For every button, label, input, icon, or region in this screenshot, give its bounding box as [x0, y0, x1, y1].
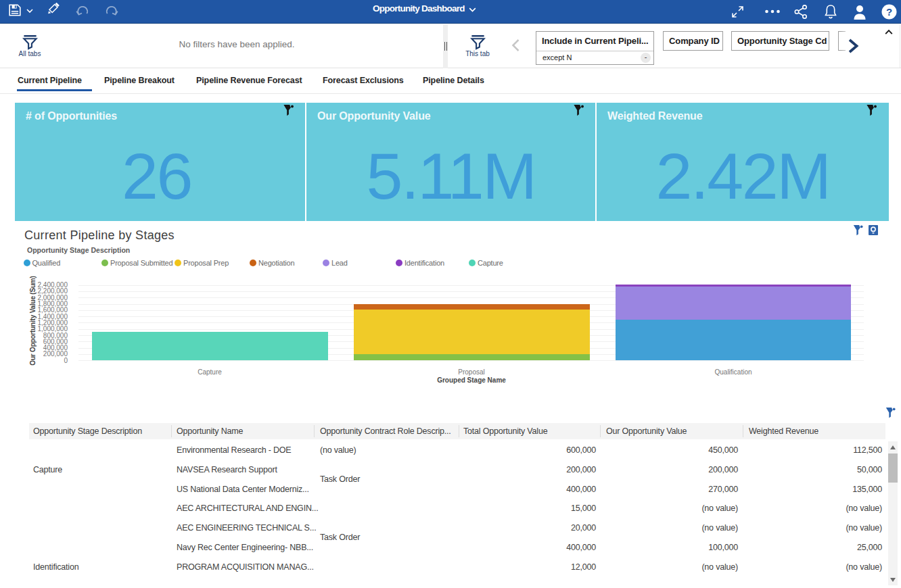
- svg-text:?: ?: [886, 6, 892, 18]
